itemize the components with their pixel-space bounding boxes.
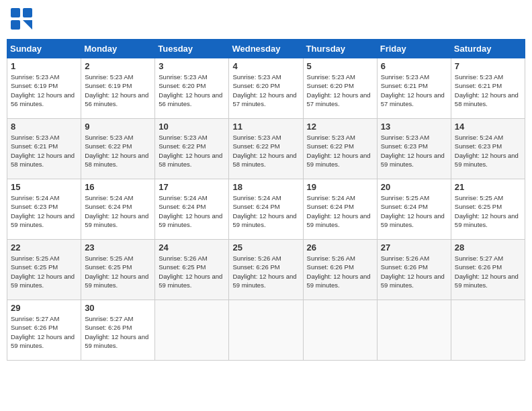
svg-rect-0 xyxy=(11,8,20,17)
day-cell: 11 Sunrise: 5:23 AM Sunset: 6:22 PM Dayl… xyxy=(229,119,303,179)
day-cell: 25 Sunrise: 5:26 AM Sunset: 6:26 PM Dayl… xyxy=(229,240,303,300)
day-number: 19 xyxy=(307,182,373,192)
day-detail: Sunrise: 5:24 AM Sunset: 6:23 PM Dayligh… xyxy=(11,193,77,229)
day-number: 12 xyxy=(307,122,373,132)
logo-graphic xyxy=(9,7,34,34)
svg-rect-1 xyxy=(23,8,32,17)
header-friday: Friday xyxy=(377,40,451,58)
day-detail: Sunrise: 5:23 AM Sunset: 6:22 PM Dayligh… xyxy=(307,133,373,169)
day-number: 11 xyxy=(232,122,299,132)
header-saturday: Saturday xyxy=(451,40,525,58)
day-detail: Sunrise: 5:26 AM Sunset: 6:25 PM Dayligh… xyxy=(159,254,225,289)
day-number: 13 xyxy=(381,122,447,132)
day-detail: Sunrise: 5:24 AM Sunset: 6:24 PM Dayligh… xyxy=(159,193,225,229)
day-cell: 14 Sunrise: 5:24 AM Sunset: 6:23 PM Dayl… xyxy=(451,119,525,179)
day-cell xyxy=(303,300,377,361)
week-row-2: 8 Sunrise: 5:23 AM Sunset: 6:21 PM Dayli… xyxy=(7,119,525,179)
day-cell: 12 Sunrise: 5:23 AM Sunset: 6:22 PM Dayl… xyxy=(303,119,377,179)
day-cell: 23 Sunrise: 5:25 AM Sunset: 6:25 PM Dayl… xyxy=(81,240,155,300)
day-number: 6 xyxy=(381,61,447,71)
day-detail: Sunrise: 5:25 AM Sunset: 6:25 PM Dayligh… xyxy=(85,254,151,289)
day-detail: Sunrise: 5:23 AM Sunset: 6:21 PM Dayligh… xyxy=(381,73,447,108)
day-detail: Sunrise: 5:23 AM Sunset: 6:22 PM Dayligh… xyxy=(159,133,225,169)
day-detail: Sunrise: 5:23 AM Sunset: 6:20 PM Dayligh… xyxy=(232,73,299,108)
day-detail: Sunrise: 5:24 AM Sunset: 6:24 PM Dayligh… xyxy=(232,193,299,229)
day-number: 25 xyxy=(232,242,299,253)
day-detail: Sunrise: 5:26 AM Sunset: 6:26 PM Dayligh… xyxy=(232,254,299,289)
day-number: 21 xyxy=(455,182,521,192)
day-detail: Sunrise: 5:24 AM Sunset: 6:23 PM Dayligh… xyxy=(455,133,521,169)
week-row-5: 29 Sunrise: 5:27 AM Sunset: 6:26 PM Dayl… xyxy=(7,300,525,361)
svg-marker-3 xyxy=(23,20,32,30)
day-cell: 19 Sunrise: 5:24 AM Sunset: 6:24 PM Dayl… xyxy=(303,179,377,240)
day-cell: 26 Sunrise: 5:26 AM Sunset: 6:26 PM Dayl… xyxy=(303,240,377,300)
day-number: 20 xyxy=(381,182,447,192)
day-detail: Sunrise: 5:23 AM Sunset: 6:20 PM Dayligh… xyxy=(307,73,373,108)
day-cell: 22 Sunrise: 5:25 AM Sunset: 6:25 PM Dayl… xyxy=(7,240,81,300)
day-cell: 13 Sunrise: 5:23 AM Sunset: 6:23 PM Dayl… xyxy=(377,119,451,179)
day-cell: 15 Sunrise: 5:24 AM Sunset: 6:23 PM Dayl… xyxy=(7,179,81,240)
day-number: 7 xyxy=(455,61,521,71)
header-tuesday: Tuesday xyxy=(155,40,229,58)
day-number: 8 xyxy=(11,122,77,132)
day-detail: Sunrise: 5:27 AM Sunset: 6:26 PM Dayligh… xyxy=(455,254,521,289)
day-cell: 28 Sunrise: 5:27 AM Sunset: 6:26 PM Dayl… xyxy=(451,240,525,300)
day-detail: Sunrise: 5:23 AM Sunset: 6:22 PM Dayligh… xyxy=(85,133,151,169)
day-detail: Sunrise: 5:25 AM Sunset: 6:25 PM Dayligh… xyxy=(11,254,77,289)
day-cell xyxy=(377,300,451,361)
day-detail: Sunrise: 5:27 AM Sunset: 6:26 PM Dayligh… xyxy=(11,314,77,350)
day-cell: 6 Sunrise: 5:23 AM Sunset: 6:21 PM Dayli… xyxy=(377,58,451,119)
day-cell xyxy=(229,300,303,361)
day-number: 23 xyxy=(85,242,151,253)
day-cell: 17 Sunrise: 5:24 AM Sunset: 6:24 PM Dayl… xyxy=(155,179,229,240)
svg-rect-2 xyxy=(11,20,20,30)
day-number: 22 xyxy=(11,242,77,253)
day-detail: Sunrise: 5:25 AM Sunset: 6:25 PM Dayligh… xyxy=(455,193,521,229)
day-cell: 29 Sunrise: 5:27 AM Sunset: 6:26 PM Dayl… xyxy=(7,300,81,361)
day-number: 28 xyxy=(455,242,521,253)
day-number: 3 xyxy=(159,61,225,71)
day-cell: 5 Sunrise: 5:23 AM Sunset: 6:20 PM Dayli… xyxy=(303,58,377,119)
day-number: 10 xyxy=(159,122,225,132)
week-row-3: 15 Sunrise: 5:24 AM Sunset: 6:23 PM Dayl… xyxy=(7,179,525,240)
day-number: 16 xyxy=(85,182,151,192)
day-number: 4 xyxy=(232,61,299,71)
day-number: 1 xyxy=(11,61,77,71)
day-cell: 20 Sunrise: 5:25 AM Sunset: 6:24 PM Dayl… xyxy=(377,179,451,240)
header-wednesday: Wednesday xyxy=(229,40,303,58)
day-number: 26 xyxy=(307,242,373,253)
day-detail: Sunrise: 5:23 AM Sunset: 6:21 PM Dayligh… xyxy=(11,133,77,169)
header-monday: Monday xyxy=(81,40,155,58)
day-cell: 16 Sunrise: 5:24 AM Sunset: 6:24 PM Dayl… xyxy=(81,179,155,240)
week-row-4: 22 Sunrise: 5:25 AM Sunset: 6:25 PM Dayl… xyxy=(7,240,525,300)
day-detail: Sunrise: 5:23 AM Sunset: 6:21 PM Dayligh… xyxy=(455,73,521,108)
day-detail: Sunrise: 5:24 AM Sunset: 6:24 PM Dayligh… xyxy=(307,193,373,229)
day-detail: Sunrise: 5:23 AM Sunset: 6:22 PM Dayligh… xyxy=(232,133,299,169)
day-number: 5 xyxy=(307,61,373,71)
calendar-header-row: SundayMondayTuesdayWednesdayThursdayFrid… xyxy=(7,40,525,58)
day-detail: Sunrise: 5:26 AM Sunset: 6:26 PM Dayligh… xyxy=(381,254,447,289)
header-thursday: Thursday xyxy=(303,40,377,58)
day-number: 14 xyxy=(455,122,521,132)
day-cell: 4 Sunrise: 5:23 AM Sunset: 6:20 PM Dayli… xyxy=(229,58,303,119)
day-cell: 7 Sunrise: 5:23 AM Sunset: 6:21 PM Dayli… xyxy=(451,58,525,119)
logo xyxy=(9,7,35,34)
day-number: 24 xyxy=(159,242,225,253)
day-cell: 18 Sunrise: 5:24 AM Sunset: 6:24 PM Dayl… xyxy=(229,179,303,240)
day-detail: Sunrise: 5:23 AM Sunset: 6:19 PM Dayligh… xyxy=(11,73,77,108)
day-number: 29 xyxy=(11,303,77,313)
calendar: SundayMondayTuesdayWednesdayThursdayFrid… xyxy=(7,39,525,361)
day-number: 17 xyxy=(159,182,225,192)
header xyxy=(7,7,525,34)
day-detail: Sunrise: 5:27 AM Sunset: 6:26 PM Dayligh… xyxy=(85,314,151,350)
day-cell xyxy=(451,300,525,361)
day-detail: Sunrise: 5:24 AM Sunset: 6:24 PM Dayligh… xyxy=(85,193,151,229)
day-cell: 27 Sunrise: 5:26 AM Sunset: 6:26 PM Dayl… xyxy=(377,240,451,300)
day-number: 9 xyxy=(85,122,151,132)
day-number: 15 xyxy=(11,182,77,192)
day-cell: 10 Sunrise: 5:23 AM Sunset: 6:22 PM Dayl… xyxy=(155,119,229,179)
day-cell: 1 Sunrise: 5:23 AM Sunset: 6:19 PM Dayli… xyxy=(7,58,81,119)
day-number: 18 xyxy=(232,182,299,192)
day-detail: Sunrise: 5:23 AM Sunset: 6:23 PM Dayligh… xyxy=(381,133,447,169)
day-cell: 24 Sunrise: 5:26 AM Sunset: 6:25 PM Dayl… xyxy=(155,240,229,300)
